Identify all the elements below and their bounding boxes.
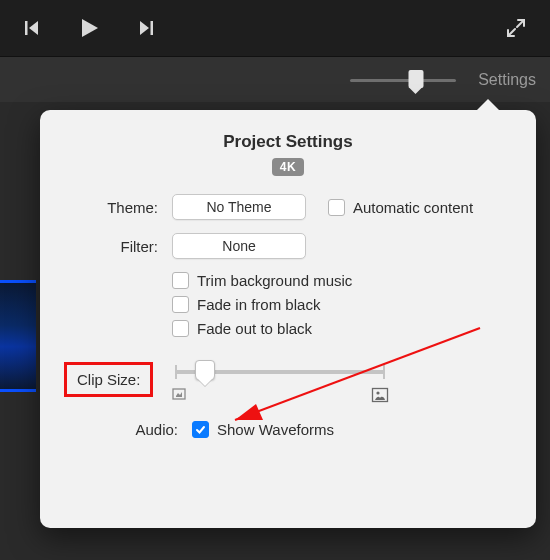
svg-marker-6 — [176, 392, 182, 397]
playback-toolbar — [0, 0, 550, 56]
timeline-clip-fragment[interactable] — [0, 280, 36, 392]
prev-button[interactable] — [24, 20, 40, 36]
svg-point-8 — [377, 391, 380, 394]
play-button[interactable] — [78, 17, 100, 39]
svg-marker-10 — [235, 404, 263, 420]
clip-size-label: Clip Size: — [64, 362, 153, 397]
audio-label: Audio: — [64, 421, 192, 438]
settings-button[interactable]: Settings — [478, 71, 536, 89]
settings-bar: Settings — [0, 56, 550, 102]
svg-marker-2 — [82, 19, 98, 37]
filter-label: Filter: — [64, 238, 172, 255]
trim-bg-music-checkbox[interactable] — [172, 272, 189, 289]
audio-row: Audio: Show Waveforms — [64, 421, 512, 438]
theme-row: Theme: No Theme Automatic content — [64, 194, 512, 220]
filter-row: Filter: None — [64, 233, 512, 259]
zoom-slider[interactable] — [350, 71, 456, 89]
fullscreen-button[interactable] — [506, 18, 526, 38]
svg-rect-3 — [151, 21, 154, 35]
clip-size-row: Clip Size: — [64, 359, 512, 399]
fade-out-checkbox[interactable] — [172, 320, 189, 337]
show-waveforms-label: Show Waveforms — [217, 421, 334, 438]
show-waveforms-checkbox[interactable] — [192, 421, 209, 438]
playback-controls — [24, 17, 154, 39]
svg-rect-0 — [25, 21, 28, 35]
zoom-slider-thumb[interactable] — [408, 70, 423, 88]
automatic-content-checkbox[interactable] — [328, 199, 345, 216]
clip-size-slider[interactable] — [175, 359, 385, 399]
project-settings-popover: Project Settings 4K Theme: No Theme Auto… — [40, 110, 536, 528]
automatic-content-label: Automatic content — [353, 199, 473, 216]
svg-marker-1 — [29, 21, 38, 35]
clip-size-small-icon — [171, 387, 189, 401]
trim-bg-music-label: Trim background music — [197, 272, 352, 289]
fade-out-label: Fade out to black — [197, 320, 312, 337]
resolution-badge: 4K — [272, 158, 304, 176]
playback-options: Trim background music Fade in from black… — [172, 272, 512, 337]
next-button[interactable] — [138, 20, 154, 36]
theme-select[interactable]: No Theme — [172, 194, 306, 220]
svg-marker-4 — [140, 21, 149, 35]
clip-size-large-icon — [371, 387, 389, 401]
filter-select[interactable]: None — [172, 233, 306, 259]
theme-label: Theme: — [64, 199, 172, 216]
fade-in-checkbox[interactable] — [172, 296, 189, 313]
fade-in-label: Fade in from black — [197, 296, 320, 313]
popover-title: Project Settings — [64, 132, 512, 152]
clip-size-slider-thumb[interactable] — [195, 360, 215, 380]
